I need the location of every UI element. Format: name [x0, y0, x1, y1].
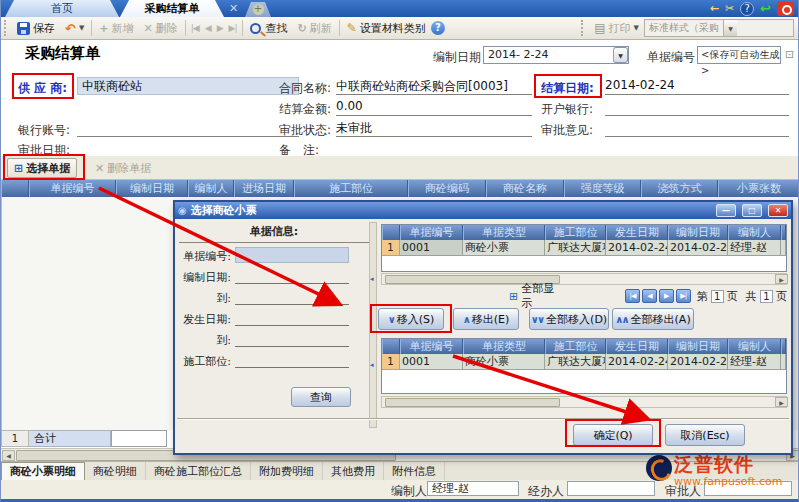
column-header[interactable]: 施工部位 — [294, 180, 408, 197]
filter-location-input[interactable] — [235, 352, 349, 368]
remark-value[interactable] — [336, 140, 532, 157]
undo-button[interactable]: ↶ ▼ — [60, 18, 89, 38]
tab-purchase-settlement[interactable]: 采购结算单 — [120, 0, 224, 17]
page-next-button[interactable]: ▶ — [659, 289, 674, 303]
filter-doc-no-input[interactable] — [235, 247, 349, 263]
table-row[interactable]: 1 0001 商砼小票 广联达大厦项 2014-02-24 2014-02-24… — [382, 354, 786, 370]
scroll-right-icon[interactable]: ▶ — [775, 274, 788, 284]
column-header[interactable]: 单据类型 — [463, 225, 545, 240]
column-header[interactable]: 编制日期 — [668, 339, 728, 354]
column-header[interactable]: 编制人 — [728, 339, 781, 354]
column-header[interactable]: 小票张数 — [718, 180, 799, 197]
undo-navigation-icon[interactable]: ↩ — [760, 2, 771, 16]
tab-extra-fee-detail[interactable]: 附加费明细 — [251, 462, 323, 480]
new-tab-button[interactable]: + — [245, 2, 271, 17]
maximize-icon[interactable]: □ — [742, 204, 762, 217]
table-row[interactable]: 1 0001 商砼小票 广联达大厦项 2014-02-24 2014-02-24… — [382, 240, 786, 256]
prev-record-button[interactable]: ◀ — [202, 23, 214, 33]
column-header[interactable]: 进场日期 — [234, 180, 294, 197]
column-header[interactable]: 编制日期 — [116, 180, 188, 197]
approve-opinion-value[interactable] — [605, 120, 789, 137]
page-prev-button[interactable]: ◀ — [642, 289, 657, 303]
filter-occur-date-to-input[interactable] — [235, 331, 349, 347]
first-record-button[interactable]: |◀ — [188, 23, 202, 33]
bank-account-value[interactable] — [77, 120, 299, 137]
minimize-icon[interactable]: — — [716, 204, 736, 217]
move-all-out-button[interactable]: ∧∧ 全部移出(A) — [612, 308, 694, 330]
tab-close-icon[interactable]: ✕ — [229, 2, 238, 15]
print-style-select[interactable]: 标准样式（采购 ▼ — [644, 19, 794, 37]
column-header[interactable]: 发生日期 — [606, 225, 668, 240]
filter-occur-date-input[interactable] — [235, 310, 349, 326]
column-header[interactable]: 单据编号 — [29, 180, 116, 197]
scroll-right-icon[interactable]: ▶ — [775, 397, 788, 407]
show-all-toggle[interactable]: 全部显示 — [521, 281, 559, 311]
filter-doc-no-label: 单据编号: — [179, 249, 231, 264]
approve-date-value[interactable] — [77, 140, 299, 157]
delete-button[interactable]: ✕ 删除 — [139, 18, 183, 38]
tab-other-fee[interactable]: 其他费用 — [323, 462, 384, 480]
panel-splitter[interactable]: ◂ ◂ — [369, 222, 377, 428]
tab-attachment-info[interactable]: 附件信息 — [384, 462, 445, 480]
filter-create-date-to-input[interactable] — [235, 289, 349, 305]
help-circle-icon[interactable]: ? — [431, 21, 445, 35]
settle-date-value[interactable]: 2014-02-24 — [605, 78, 789, 95]
delete-doc-button[interactable]: ✕ 删除单据 — [89, 158, 157, 178]
target-table-scrollbar[interactable]: ▶ — [381, 396, 787, 408]
handler-input[interactable] — [567, 481, 655, 496]
column-header[interactable]: 商砼编码 — [408, 180, 486, 197]
select-doc-button[interactable]: ⊞ 选择单据 — [7, 158, 77, 178]
print-button[interactable]: ▤ 打印 ▼ — [589, 18, 644, 38]
page-last-button[interactable]: ▶| — [676, 289, 691, 303]
column-header[interactable]: 单据类型 — [463, 339, 545, 354]
move-in-button[interactable]: ∨ 移入(S) — [378, 308, 444, 330]
power-exit-icon[interactable] — [777, 2, 794, 16]
column-header[interactable]: 编制人 — [728, 225, 781, 240]
last-record-button[interactable]: ▶| — [226, 23, 240, 33]
page-first-button[interactable]: |◀ — [625, 289, 640, 303]
next-record-button[interactable]: ▶ — [214, 23, 226, 33]
cancel-button[interactable]: 取消(Esc) — [665, 424, 745, 446]
refresh-button[interactable]: ↻ 刷新 — [293, 18, 337, 38]
nav-back-icon[interactable]: ← — [710, 2, 719, 16]
query-button[interactable]: 查询 — [291, 387, 351, 407]
move-all-in-button[interactable]: ∨∨ 全部移入(D) — [529, 308, 609, 330]
tools-icon[interactable]: ✂ — [725, 2, 734, 16]
doc-no-input[interactable]: <保存可自动生成> — [697, 46, 781, 64]
column-header[interactable]: 施工部位 — [545, 225, 606, 240]
add-button[interactable]: + 新增 — [94, 18, 138, 38]
auto-generate-icon[interactable]: ⊡ — [785, 48, 798, 61]
column-header[interactable]: 单据编号 — [400, 339, 463, 354]
page-number-input[interactable]: 1 — [711, 290, 724, 303]
help-icon[interactable]: ? — [740, 2, 754, 16]
create-date-select[interactable]: 2014- 2-24 ▼ — [483, 46, 629, 64]
scroll-left-icon[interactable]: ◀ — [2, 450, 15, 461]
contract-value[interactable]: 中联商砼站商砼采购合同[0003] — [336, 78, 532, 95]
tab-concrete-detail[interactable]: 商砼明细 — [85, 462, 146, 480]
move-out-button[interactable]: ∧ 移出(E) — [453, 308, 519, 330]
bank-name-value[interactable] — [605, 99, 789, 116]
find-button[interactable]: 查找 — [245, 18, 293, 38]
column-header[interactable]: 编制人 — [188, 180, 234, 197]
scrollbar-thumb[interactable] — [385, 398, 560, 407]
supplier-input[interactable]: 中联商砼站 — [77, 77, 299, 95]
column-header[interactable]: 编制日期 — [668, 225, 728, 240]
ok-button[interactable]: 确定(Q) — [573, 424, 653, 446]
close-icon[interactable]: ✕ — [768, 204, 788, 217]
dialog-titlebar[interactable]: ◉ 选择商砼小票 — □ ✕ — [175, 202, 791, 219]
settle-amount-value[interactable]: 0.00 — [336, 99, 532, 116]
tab-concrete-ticket-detail[interactable]: 商砼小票明细 — [1, 462, 85, 480]
column-header[interactable]: 单据编号 — [400, 225, 463, 240]
filter-create-date-input[interactable] — [235, 268, 349, 284]
column-header[interactable]: 发生日期 — [606, 339, 668, 354]
tab-location-summary[interactable]: 商砼施工部位汇总 — [146, 462, 251, 480]
source-table-scrollbar[interactable]: ▶ — [381, 273, 787, 285]
column-header[interactable]: 商砼名称 — [486, 180, 564, 197]
creator-input[interactable]: 经理-赵 — [427, 481, 519, 496]
tab-home[interactable]: 首页 — [5, 0, 119, 17]
set-material-category-button[interactable]: ✎ 设置材料类别 — [342, 18, 431, 38]
save-button[interactable]: 保存 — [12, 18, 60, 38]
column-header[interactable]: 强度等级 — [564, 180, 641, 197]
column-header[interactable]: 浇筑方式 — [641, 180, 718, 197]
column-header[interactable]: 施工部位 — [545, 339, 606, 354]
